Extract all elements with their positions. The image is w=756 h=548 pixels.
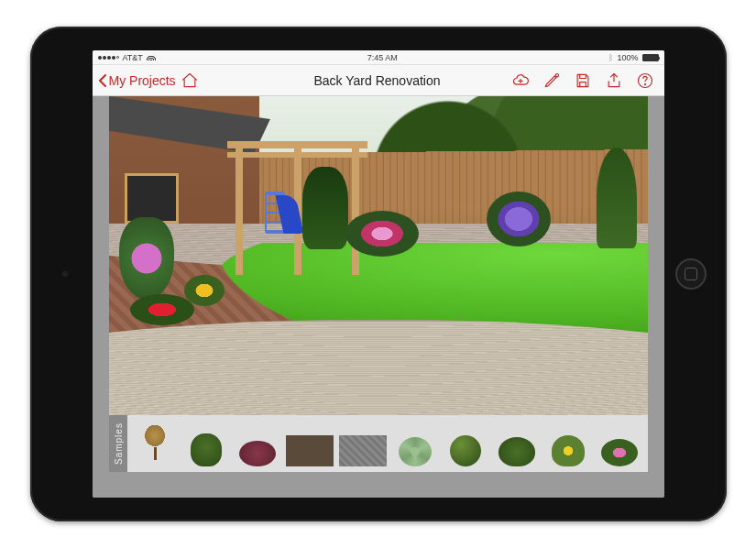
ipad-frame: AT&T 7:45 AM ᛒ 100% My Projects xyxy=(30,27,727,521)
share-button[interactable] xyxy=(604,71,624,91)
sample-round-shrub-green[interactable] xyxy=(494,421,540,466)
sample-flowering-shrub-pink[interactable] xyxy=(597,421,642,466)
add-cloud-button[interactable] xyxy=(510,71,531,91)
playground-slide xyxy=(259,192,296,237)
sample-succulent-rosette[interactable] xyxy=(392,421,438,466)
placed-plant-purple-flowers[interactable] xyxy=(487,192,551,247)
home-button[interactable] xyxy=(675,258,707,290)
chevron-left-icon xyxy=(98,73,107,88)
pen-icon xyxy=(542,71,561,90)
placed-plant-cypress[interactable] xyxy=(597,148,637,248)
help-button[interactable] xyxy=(635,71,655,91)
sample-flowering-shrub-yellow[interactable] xyxy=(545,421,591,466)
app-screen: AT&T 7:45 AM ᛒ 100% My Projects xyxy=(93,50,664,498)
svg-point-2 xyxy=(644,83,645,84)
wifi-icon xyxy=(147,54,156,60)
samples-tab-label[interactable]: Samples xyxy=(109,415,127,472)
carrier-label: AT&T xyxy=(123,53,143,62)
sample-round-shrub-burgundy[interactable] xyxy=(235,421,280,466)
house-icon xyxy=(181,71,199,90)
cloud-plus-icon xyxy=(511,71,530,90)
sample-texture-paver-grey[interactable] xyxy=(339,421,387,466)
clock-label: 7:45 AM xyxy=(156,53,609,62)
signal-strength-icon xyxy=(98,56,119,60)
patio xyxy=(109,320,648,415)
samples-palette: Samples xyxy=(109,415,648,472)
floppy-disk-icon xyxy=(574,71,592,90)
sample-texture-mulch-brown[interactable] xyxy=(286,421,334,466)
status-bar: AT&T 7:45 AM ᛒ 100% xyxy=(93,50,664,65)
canvas-area: Samples xyxy=(93,96,664,498)
home-button-nav[interactable] xyxy=(180,71,200,91)
battery-percent-label: 100% xyxy=(617,53,638,62)
sample-conical-shrub-green[interactable] xyxy=(183,421,229,466)
project-title: Back Yard Renovation xyxy=(247,73,509,88)
navigation-bar: My Projects Back Yard Renovation xyxy=(93,65,664,96)
share-icon xyxy=(605,71,623,90)
bluetooth-icon: ᛒ xyxy=(608,53,613,62)
save-button[interactable] xyxy=(573,71,593,91)
samples-row[interactable] xyxy=(127,415,648,472)
placed-plant-clematis[interactable] xyxy=(119,217,174,300)
battery-icon xyxy=(642,54,659,61)
project-photo-canvas[interactable] xyxy=(109,96,648,415)
placed-plant-conifer[interactable] xyxy=(302,167,348,249)
back-button[interactable]: My Projects xyxy=(98,73,176,88)
sample-small-deciduous-tree[interactable] xyxy=(133,421,179,466)
sample-boxwood-ball[interactable] xyxy=(444,421,489,466)
front-camera xyxy=(61,270,69,278)
svg-point-0 xyxy=(555,73,558,76)
back-label: My Projects xyxy=(109,73,176,88)
pen-tool-button[interactable] xyxy=(542,71,562,91)
house-window xyxy=(125,173,179,225)
help-icon xyxy=(636,71,654,90)
placed-plant-red-flowers[interactable] xyxy=(130,294,194,325)
placed-plant-yellow-shrub[interactable] xyxy=(184,275,225,306)
